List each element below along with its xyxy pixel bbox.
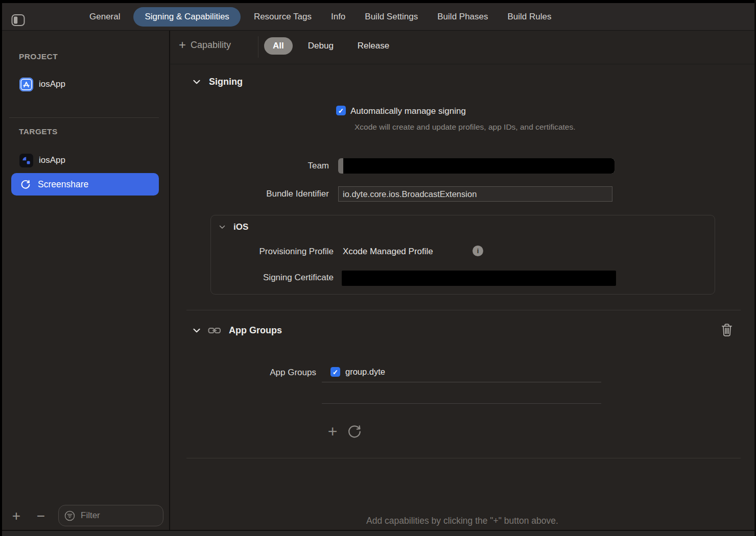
add-capability-label: Capability [191, 40, 231, 51]
remove-target-button[interactable]: − [32, 507, 50, 525]
app-group-checkbox[interactable]: ✓ [330, 367, 340, 377]
section-divider [186, 458, 741, 458]
app-group-row-underline [322, 382, 601, 382]
sidebar-item-project-iosapp[interactable]: iosApp [19, 77, 65, 91]
add-app-group-button[interactable]: + [324, 423, 341, 440]
segment-release[interactable]: Release [349, 37, 398, 55]
refresh-icon [346, 423, 363, 440]
team-value-redacted [343, 158, 615, 174]
info-icon[interactable]: i [472, 246, 483, 256]
auto-manage-signing-row: ✓ Automatically manage signing [336, 106, 466, 116]
extension-target-icon [20, 179, 31, 190]
app-group-name: group.dyte [345, 367, 385, 377]
projects-targets-sidebar: PROJECT iosApp TARGETS iosApp [2, 31, 169, 530]
filter-input[interactable] [80, 510, 153, 521]
signing-section-title: Signing [209, 77, 243, 87]
target-item-label: Screenshare [38, 179, 88, 190]
signing-certificate-value-redacted [342, 271, 616, 286]
ios-box-header: iOS [219, 222, 248, 232]
app-group-row[interactable]: ✓ group.dyte [330, 367, 385, 377]
bundle-identifier-label: Bundle Identifier [170, 189, 329, 199]
tab-build-phases[interactable]: Build Phases [428, 7, 498, 27]
project-item-label: iosApp [39, 79, 65, 89]
chevron-down-icon[interactable] [193, 328, 200, 333]
sidebar-item-target-iosapp[interactable]: iosApp [19, 153, 65, 167]
tab-build-rules[interactable]: Build Rules [498, 7, 561, 27]
sidebar-item-target-screenshare[interactable]: Screenshare [11, 173, 159, 196]
trash-icon [721, 323, 733, 337]
app-groups-section-title: App Groups [229, 325, 282, 336]
remove-capability-button[interactable] [721, 323, 734, 337]
app-groups-link-icon [208, 326, 221, 335]
add-capabilities-hint: Add capabilities by clicking the "+" but… [170, 516, 754, 526]
tab-build-settings[interactable]: Build Settings [355, 7, 428, 27]
add-capability-button[interactable]: + Capability [179, 39, 231, 51]
tab-resource-tags[interactable]: Resource Tags [244, 7, 321, 27]
tab-info[interactable]: Info [321, 7, 355, 27]
auto-manage-signing-label: Automatically manage signing [350, 106, 466, 116]
ios-box-title: iOS [233, 222, 248, 232]
toolbar-separator [258, 36, 258, 58]
auto-manage-signing-checkbox[interactable]: ✓ [336, 106, 346, 115]
target-item-label: iosApp [39, 155, 65, 165]
tab-general[interactable]: General [80, 7, 130, 27]
sidebar-toggle-button[interactable] [11, 13, 25, 27]
app-target-icon [19, 154, 33, 167]
app-groups-field-label: App Groups [170, 368, 316, 378]
bundle-identifier-input[interactable] [339, 187, 612, 201]
provisioning-profile-label: Provisioning Profile [211, 247, 334, 257]
app-group-empty-row-underline [322, 403, 601, 404]
sidebar-divider [9, 117, 159, 118]
project-heading: PROJECT [19, 52, 58, 61]
toolbar-divider [170, 64, 754, 64]
refresh-app-groups-button[interactable] [346, 423, 363, 440]
xcode-window: General Signing & Capabilities Resource … [0, 0, 756, 536]
team-label: Team [170, 161, 329, 171]
sidebar-filter-field[interactable] [58, 505, 163, 526]
tab-signing-capabilities[interactable]: Signing & Capabilities [133, 7, 240, 27]
configuration-segmented-control: All Debug Release [264, 37, 405, 55]
plus-icon: + [179, 39, 186, 51]
bundle-identifier-field [338, 186, 612, 202]
editor-tabs: General Signing & Capabilities Resource … [80, 3, 561, 31]
filter-icon [64, 510, 76, 522]
project-icon [19, 78, 33, 91]
segment-debug[interactable]: Debug [299, 37, 342, 55]
section-divider [186, 310, 741, 310]
segment-all[interactable]: All [264, 37, 293, 55]
targets-heading: TARGETS [19, 127, 58, 136]
sidebar-toggle-icon [11, 13, 25, 27]
chevron-down-icon[interactable] [193, 80, 200, 84]
window-left-edge [0, 0, 2, 536]
window-bottom-bar [2, 531, 754, 536]
auto-manage-signing-note: Xcode will create and update profiles, a… [355, 120, 608, 134]
signing-capabilities-pane: + Capability All Debug Release Signing ✓… [170, 31, 754, 530]
ios-platform-box: iOS Provisioning Profile Xcode Managed P… [210, 215, 715, 295]
add-target-button[interactable]: + [8, 507, 25, 525]
signing-certificate-label: Signing Certificate [211, 273, 334, 283]
signing-section-header: Signing [193, 77, 243, 87]
provisioning-profile-value: Xcode Managed Profile [343, 247, 433, 257]
chevron-down-icon[interactable] [219, 225, 225, 229]
app-groups-section-header: App Groups [193, 325, 282, 336]
project-editor-tabbar: General Signing & Capabilities Resource … [2, 3, 754, 31]
team-popup-button[interactable] [338, 158, 615, 174]
